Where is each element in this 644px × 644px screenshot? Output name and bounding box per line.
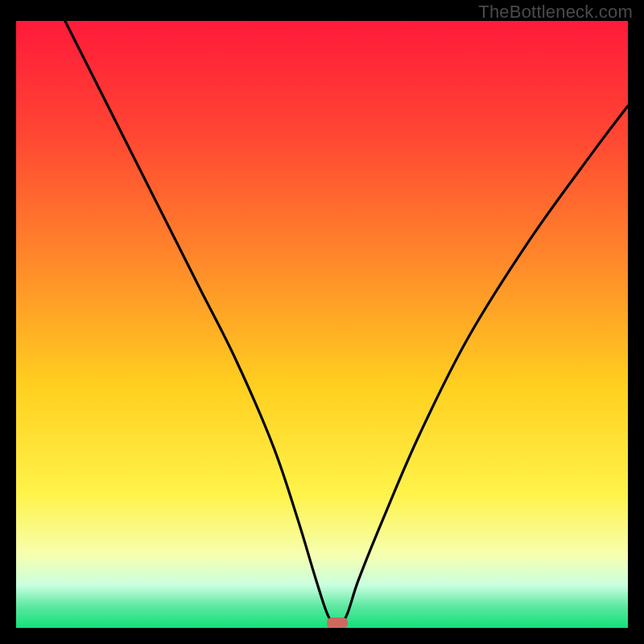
optimal-marker xyxy=(327,617,348,628)
chart-frame: TheBottleneck.com xyxy=(0,0,644,644)
chart-svg xyxy=(16,21,628,628)
plot-area xyxy=(16,21,628,628)
watermark-label: TheBottleneck.com xyxy=(478,2,633,23)
gradient-background xyxy=(16,21,628,628)
